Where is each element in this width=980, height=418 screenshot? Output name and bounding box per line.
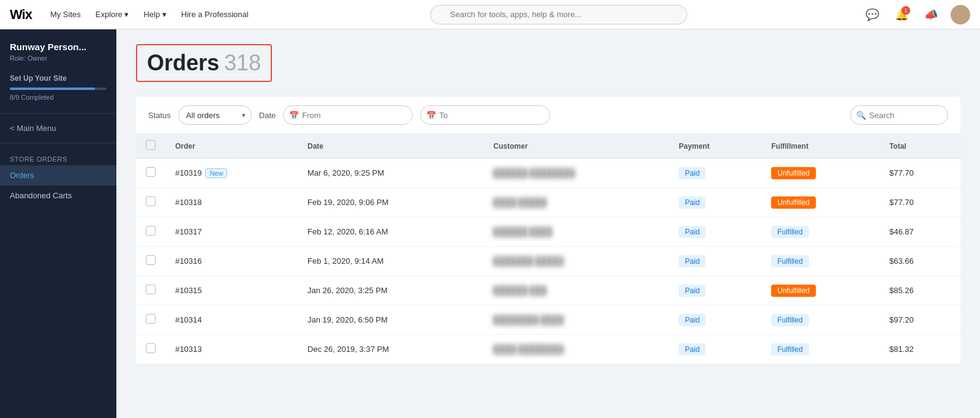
order-total-cell: $85.26 xyxy=(880,276,960,305)
order-number[interactable]: #10315 xyxy=(175,286,202,295)
table-row[interactable]: #10315Jan 26, 2020, 3:25 PM██████ ███Pai… xyxy=(136,276,960,305)
order-number[interactable]: #10318 xyxy=(175,198,202,207)
row-checkbox-cell xyxy=(136,305,165,335)
table-row[interactable]: #10314Jan 19, 2020, 6:50 PM████████ ████… xyxy=(136,305,960,335)
sidebar-item-orders[interactable]: Orders xyxy=(0,165,116,185)
order-total-cell: $63.66 xyxy=(880,247,960,276)
customer-name: ██████ ████████ xyxy=(494,168,575,177)
calendar-from-icon: 📅 xyxy=(289,111,299,120)
notifications-icon-button[interactable]: 🔔 1 xyxy=(892,5,911,24)
row-checkbox[interactable] xyxy=(146,343,156,353)
order-total-cell: $81.32 xyxy=(880,335,960,364)
fulfillment-status-badge: Fulfilled xyxy=(771,255,809,267)
order-number[interactable]: #10313 xyxy=(175,345,202,354)
order-number-cell: #10315 xyxy=(165,276,298,305)
customer-name: ████ ████████ xyxy=(494,345,564,354)
table-row[interactable]: #10316Feb 1, 2020, 9:14 AM███████ █████P… xyxy=(136,247,960,276)
row-checkbox[interactable] xyxy=(146,196,156,206)
row-checkbox-cell xyxy=(136,335,165,364)
fulfillment-status-badge: Fulfilled xyxy=(771,314,809,326)
back-to-main-menu[interactable]: < Main Menu xyxy=(0,119,116,138)
chat-icon-button[interactable]: 💬 xyxy=(862,5,882,24)
filters-row: Status All orders Paid Fulfilled Unfulfi… xyxy=(136,97,960,134)
to-date-wrap: 📅 xyxy=(420,105,550,125)
from-date-input[interactable] xyxy=(283,105,413,125)
table-row[interactable]: #10319NewMar 6, 2020, 9:25 PM██████ ████… xyxy=(136,159,960,188)
status-filter-label: Status xyxy=(148,111,171,120)
sidebar: Runway Person... Role: Owner Set Up Your… xyxy=(0,29,116,418)
payment-status-cell: Paid xyxy=(669,217,761,247)
from-date-wrap: 📅 xyxy=(283,105,413,125)
payment-status-badge: Paid xyxy=(679,343,706,356)
nav-links: My Sites Explore ▾ Help ▾ Hire a Profess… xyxy=(44,6,255,23)
col-fulfillment: Fulfillment xyxy=(761,134,880,159)
nav-right-icons: 💬 🔔 1 📣 xyxy=(862,5,970,24)
order-total-cell: $77.70 xyxy=(880,159,960,188)
row-checkbox[interactable] xyxy=(146,285,156,294)
orders-panel: Status All orders Paid Fulfilled Unfulfi… xyxy=(136,97,960,364)
order-number-cell: #10316 xyxy=(165,247,298,276)
status-filter-wrap: All orders Paid Fulfilled Unfulfilled xyxy=(178,105,252,125)
table-row[interactable]: #10318Feb 19, 2020, 9:06 PM████ █████Pai… xyxy=(136,188,960,217)
new-badge: New xyxy=(205,168,227,178)
table-row[interactable]: #10313Dec 26, 2019, 3:37 PM████ ████████… xyxy=(136,335,960,364)
megaphone-icon-button[interactable]: 📣 xyxy=(921,5,941,24)
nav-help[interactable]: Help ▾ xyxy=(137,6,172,23)
nav-hire[interactable]: Hire a Professional xyxy=(175,6,255,23)
row-checkbox-cell xyxy=(136,217,165,247)
fulfillment-status-badge: Fulfilled xyxy=(771,226,809,238)
orders-table: Order Date Customer Payment Fulfillment … xyxy=(136,134,960,364)
order-number[interactable]: #10314 xyxy=(175,315,202,324)
customer-name: ██████ ████ xyxy=(494,227,552,236)
customer-name-cell: ████████ ████ xyxy=(484,305,669,335)
order-number[interactable]: #10317 xyxy=(175,227,202,236)
top-navigation: Wix My Sites Explore ▾ Help ▾ Hire a Pro… xyxy=(0,0,980,29)
customer-name-cell: ██████ ████████ xyxy=(484,159,669,188)
customer-name: ███████ █████ xyxy=(494,256,564,266)
select-all-header xyxy=(136,134,165,159)
site-role: Role: Owner xyxy=(0,54,116,69)
fulfillment-status-badge: Fulfilled xyxy=(771,343,809,356)
main-layout: Runway Person... Role: Owner Set Up Your… xyxy=(0,29,980,418)
row-checkbox[interactable] xyxy=(146,314,156,324)
calendar-to-icon: 📅 xyxy=(426,111,436,120)
user-avatar[interactable] xyxy=(951,5,970,24)
payment-status-badge: Paid xyxy=(679,167,706,179)
nav-my-sites[interactable]: My Sites xyxy=(44,6,87,23)
nav-explore[interactable]: Explore ▾ xyxy=(89,6,135,23)
sidebar-divider xyxy=(0,113,116,114)
payment-status-cell: Paid xyxy=(669,188,761,217)
to-date-input[interactable] xyxy=(420,105,550,125)
order-date-cell: Jan 26, 2020, 3:25 PM xyxy=(298,276,484,305)
fulfillment-status-cell: Unfulfilled xyxy=(761,276,880,305)
row-checkbox[interactable] xyxy=(146,167,156,177)
order-date-cell: Jan 19, 2020, 6:50 PM xyxy=(298,305,484,335)
order-number-cell: #10319New xyxy=(165,159,298,188)
sidebar-item-abandoned-carts[interactable]: Abandoned Carts xyxy=(0,185,116,206)
progress-bar xyxy=(10,88,107,90)
main-content: Orders 318 Status All orders Paid Fulfil… xyxy=(116,29,980,418)
customer-name-cell: ███████ █████ xyxy=(484,247,669,276)
status-filter-select[interactable]: All orders Paid Fulfilled Unfulfilled xyxy=(178,105,252,125)
row-checkbox[interactable] xyxy=(146,226,156,236)
fulfillment-status-cell: Fulfilled xyxy=(761,305,880,335)
order-number[interactable]: #10316 xyxy=(175,256,202,266)
customer-name: ████ █████ xyxy=(494,198,547,207)
order-total-cell: $77.70 xyxy=(880,188,960,217)
select-all-checkbox[interactable] xyxy=(146,140,156,150)
order-date-cell: Mar 6, 2020, 9:25 PM xyxy=(298,159,484,188)
fulfillment-status-badge: Unfulfilled xyxy=(771,167,816,179)
order-total-cell: $97.20 xyxy=(880,305,960,335)
table-header: Order Date Customer Payment Fulfillment … xyxy=(136,134,960,159)
megaphone-icon: 📣 xyxy=(924,8,938,21)
progress-fill xyxy=(10,88,95,90)
order-number-cell: #10313 xyxy=(165,335,298,364)
customer-name: ██████ ███ xyxy=(494,286,547,295)
nav-search-input[interactable] xyxy=(430,5,687,24)
row-checkbox[interactable] xyxy=(146,255,156,265)
order-date-cell: Feb 1, 2020, 9:14 AM xyxy=(298,247,484,276)
table-row[interactable]: #10317Feb 12, 2020, 6:16 AM██████ ████Pa… xyxy=(136,217,960,247)
order-number-cell: #10314 xyxy=(165,305,298,335)
order-number[interactable]: #10319 xyxy=(175,168,202,177)
sidebar-divider-2 xyxy=(0,143,116,143)
